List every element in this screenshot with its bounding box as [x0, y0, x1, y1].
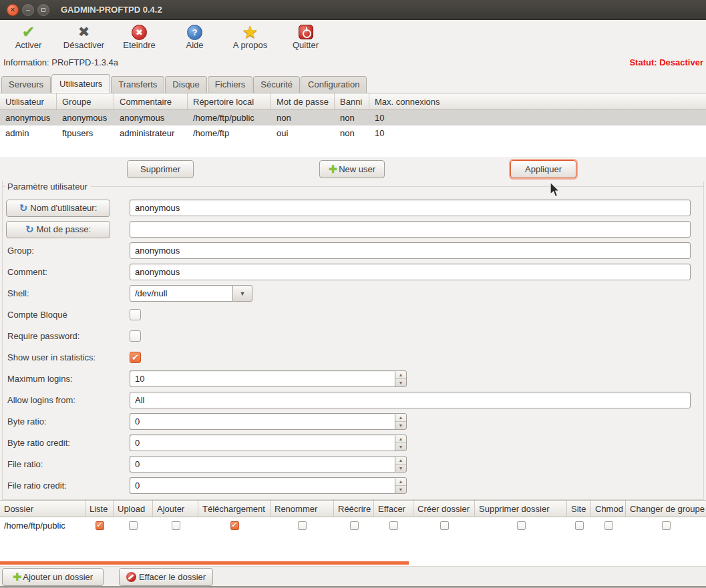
account-locked-checkbox[interactable] — [130, 309, 141, 320]
allow-from-input[interactable] — [130, 392, 691, 408]
col-max-connexions[interactable]: Max. connexions — [369, 93, 706, 109]
file-ratio-credit-input[interactable] — [130, 477, 395, 494]
perm-upload-checkbox[interactable] — [129, 521, 138, 530]
col-groupe[interactable]: Groupe — [57, 93, 114, 109]
col-mot-de-passe[interactable]: Mot de passe — [271, 93, 335, 109]
perm-telechargement-checkbox[interactable] — [230, 521, 239, 530]
password-generate-button[interactable]: ↻ Mot de passe: — [6, 221, 110, 238]
spin-up-icon[interactable]: ▲ — [395, 371, 406, 379]
col-upload[interactable]: Upload — [114, 501, 153, 517]
username-input[interactable] — [130, 200, 691, 216]
perm-site-checkbox[interactable] — [575, 521, 584, 530]
window-maximize-icon[interactable] — [37, 4, 49, 16]
cell: ftpusers — [57, 125, 114, 141]
horizontal-scrollbar[interactable] — [0, 561, 409, 565]
perm-effacer-checkbox[interactable] — [389, 521, 398, 530]
information-text: Information: PRoFTPD-1.3.4a — [3, 57, 118, 67]
perm-changer-groupe-checkbox[interactable] — [662, 521, 671, 530]
col-chmod[interactable]: Chmod — [591, 501, 626, 517]
tab-configuration[interactable]: Configuration — [301, 76, 367, 93]
plus-icon: ✚ — [13, 571, 21, 583]
window-minimize-icon[interactable]: – — [22, 4, 34, 16]
maximize-square-icon — [41, 8, 45, 12]
status-text: Statut: Desactiver — [629, 57, 703, 67]
spin-up-icon[interactable]: ▲ — [395, 478, 406, 486]
comment-input[interactable] — [130, 264, 691, 280]
delete-directory-button[interactable]: Effacer le dossier — [119, 568, 213, 586]
window-close-icon[interactable]: ✕ — [7, 4, 19, 16]
col-supprimer-dossier[interactable]: Supprimer dossier — [475, 501, 567, 517]
delete-user-button[interactable]: Supprimer — [127, 160, 194, 178]
toolbar-quit-button[interactable]: Quitter — [278, 20, 333, 53]
col-dossier[interactable]: Dossier — [0, 501, 85, 517]
perm-liste-checkbox[interactable] — [96, 521, 104, 530]
perm-ajouter-checkbox[interactable] — [172, 521, 180, 530]
col-effacer[interactable]: Effacer — [374, 501, 413, 517]
star-icon: ★ — [242, 23, 258, 41]
col-creer-dossier[interactable]: Créer dossier — [413, 501, 475, 517]
password-input[interactable] — [130, 221, 691, 238]
file-ratio-input[interactable] — [130, 456, 395, 473]
dir-row[interactable]: /home/ftp/public — [0, 517, 706, 534]
spin-down-icon[interactable]: ▼ — [395, 465, 406, 472]
users-table-empty-area — [0, 141, 706, 157]
allow-from-label: Allow logins from: — [3, 395, 130, 405]
apply-button[interactable]: Appliquer — [510, 160, 576, 178]
perm-creer-dossier-checkbox[interactable] — [440, 521, 449, 530]
max-logins-label: Maximum logins: — [3, 374, 130, 384]
toolbar-deactivate-button[interactable]: ✖ Désactiver — [56, 20, 112, 53]
group-input[interactable] — [130, 242, 691, 259]
require-password-checkbox[interactable] — [130, 330, 141, 342]
account-locked-label: Compte Bloqué — [3, 310, 130, 320]
col-ajouter[interactable]: Ajouter — [153, 501, 198, 517]
toolbar-shutdown-button[interactable]: ✖ Eteindre — [112, 20, 167, 53]
col-renommer[interactable]: Renommer — [271, 501, 334, 517]
col-utilisateur[interactable]: Utilisateur — [0, 93, 57, 109]
tab-transferts[interactable]: Transferts — [111, 76, 164, 93]
tab-fichiers[interactable]: Fichiers — [208, 76, 253, 93]
shell-label: Shell: — [3, 288, 130, 298]
col-site[interactable]: Site — [567, 501, 591, 517]
max-logins-input[interactable] — [130, 370, 395, 387]
cell: anonymous — [114, 110, 188, 125]
spin-down-icon[interactable]: ▼ — [395, 486, 406, 493]
show-in-stats-checkbox[interactable] — [130, 352, 141, 363]
actions-row: Supprimer ✚ New user Appliquer — [0, 157, 706, 181]
spin-up-icon[interactable]: ▲ — [395, 435, 406, 443]
perm-renommer-checkbox[interactable] — [298, 521, 307, 530]
add-directory-button[interactable]: ✚ Ajouter un dossier — [2, 568, 104, 586]
spin-down-icon[interactable]: ▼ — [395, 443, 406, 451]
spin-up-icon[interactable]: ▲ — [395, 457, 406, 465]
username-generate-button[interactable]: ↻ Nom d'utilisateur: — [6, 200, 110, 217]
col-commentaire[interactable]: Commentaire — [114, 93, 188, 109]
perm-supprimer-dossier-checkbox[interactable] — [517, 521, 526, 530]
tab-disque[interactable]: Disque — [165, 76, 206, 93]
col-liste[interactable]: Liste — [85, 501, 114, 517]
user-row-admin[interactable]: admin ftpusers administrateur /home/ftp … — [0, 125, 706, 141]
toolbar-help-button[interactable]: ? Aide — [167, 20, 222, 53]
byte-ratio-credit-input[interactable] — [130, 434, 395, 451]
spin-up-icon[interactable]: ▲ — [395, 414, 406, 422]
gray-cross-icon: ✖ — [78, 23, 90, 41]
perm-chmod-checkbox[interactable] — [604, 521, 613, 530]
col-telechargement[interactable]: Téléchargement — [198, 501, 271, 517]
shell-dropdown-button[interactable]: ▼ — [233, 285, 252, 302]
perm-reecrire-checkbox[interactable] — [350, 521, 359, 530]
tab-utilisateurs[interactable]: Utilisateurs — [51, 74, 110, 93]
bottom-bar: ✚ Ajouter un dossier Effacer le dossier — [0, 566, 706, 586]
tab-securite[interactable]: Sécurité — [253, 76, 300, 93]
toolbar-about-button[interactable]: ★ A propos — [222, 20, 278, 53]
new-user-button[interactable]: ✚ New user — [319, 160, 385, 178]
col-changer-de-groupe[interactable]: Changer de groupe — [626, 501, 706, 517]
byte-ratio-input[interactable] — [130, 413, 395, 430]
spin-down-icon[interactable]: ▼ — [395, 422, 406, 429]
toolbar-activate-button[interactable]: ✔ Activer — [1, 20, 56, 53]
user-row-anonymous[interactable]: anonymous anonymous anonymous /home/ftp/… — [0, 110, 706, 125]
shell-input[interactable] — [130, 285, 233, 302]
col-reecrire[interactable]: Réécrire — [334, 501, 374, 517]
col-banni[interactable]: Banni — [335, 93, 369, 109]
tab-serveurs[interactable]: Serveurs — [1, 76, 51, 93]
col-repertoire-local[interactable]: Répertoire local — [188, 93, 271, 109]
file-ratio-spinbox: ▲▼ — [130, 456, 407, 473]
spin-down-icon[interactable]: ▼ — [395, 379, 406, 386]
